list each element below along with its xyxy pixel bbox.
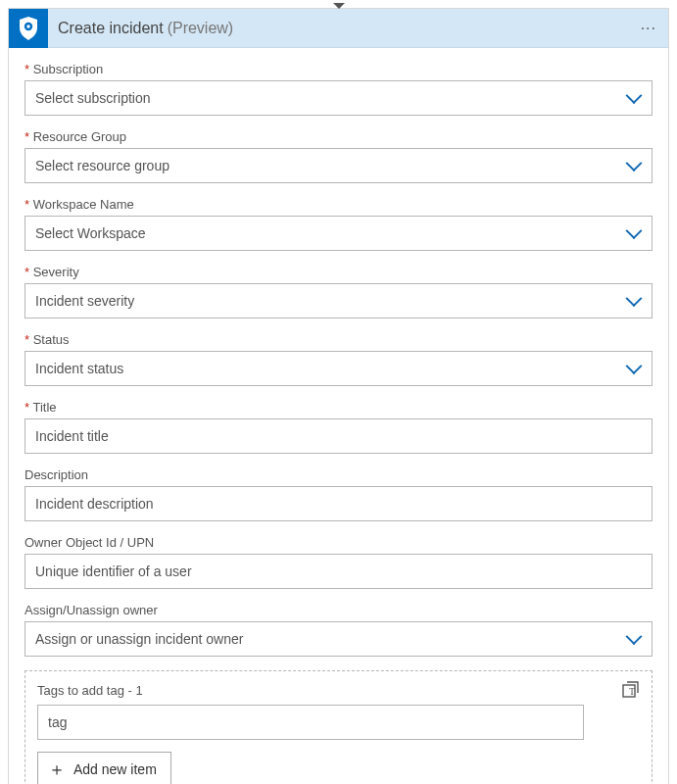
select-assign-owner[interactable]: Assign or unassign incident owner <box>24 621 653 657</box>
input-description[interactable]: Incident description <box>24 486 653 521</box>
label-assign-owner: Assign/Unassign owner <box>24 603 653 617</box>
card-title: Create incident <box>58 20 164 37</box>
field-owner-id: Owner Object Id / UPN Unique identifier … <box>24 535 653 589</box>
input-owner-id[interactable]: Unique identifier of a user <box>24 554 653 589</box>
label-title: Title <box>24 400 653 415</box>
field-description: Description Incident description <box>24 467 653 521</box>
svg-point-1 <box>26 24 29 27</box>
label-resource-group: Resource Group <box>24 129 653 144</box>
select-status[interactable]: Incident status <box>24 351 653 386</box>
card-menu-button[interactable]: ··· <box>641 20 656 37</box>
field-subscription: Subscription Select subscription <box>24 62 653 116</box>
label-severity: Severity <box>24 265 653 279</box>
svg-text:T: T <box>629 686 635 697</box>
tags-heading: Tags to add tag - 1 <box>37 683 143 698</box>
field-title: Title Incident title <box>24 400 653 454</box>
label-status: Status <box>24 332 653 347</box>
field-workspace-name: Workspace Name Select Workspace <box>24 197 653 251</box>
label-description: Description <box>24 467 653 482</box>
card-header[interactable]: Create incident (Preview) ··· <box>9 9 668 48</box>
field-severity: Severity Incident severity <box>24 265 653 318</box>
select-subscription[interactable]: Select subscription <box>24 80 653 116</box>
add-new-item-button[interactable]: ＋ Add new item <box>37 752 171 784</box>
card-subtitle: (Preview) <box>168 20 234 37</box>
label-workspace-name: Workspace Name <box>24 197 653 212</box>
input-title[interactable]: Incident title <box>24 418 653 454</box>
label-subscription: Subscription <box>24 62 653 76</box>
shield-icon <box>9 9 48 48</box>
select-workspace-name[interactable]: Select Workspace <box>24 216 653 251</box>
field-status: Status Incident status <box>24 332 653 386</box>
input-tag-1[interactable]: tag <box>37 705 584 740</box>
tags-container: Tags to add tag - 1 T tag ＋ Add new item <box>24 670 653 784</box>
plus-icon: ＋ <box>48 760 66 778</box>
create-incident-card: Create incident (Preview) ··· Subscripti… <box>8 8 669 784</box>
select-severity[interactable]: Incident severity <box>24 283 653 318</box>
card-body: Subscription Select subscription Resourc… <box>9 48 668 784</box>
dynamic-content-icon[interactable]: T <box>622 681 640 699</box>
field-assign-owner: Assign/Unassign owner Assign or unassign… <box>24 603 653 657</box>
select-resource-group[interactable]: Select resource group <box>24 148 653 183</box>
field-resource-group: Resource Group Select resource group <box>24 129 653 183</box>
add-new-item-label: Add new item <box>73 761 157 777</box>
label-owner-id: Owner Object Id / UPN <box>24 535 653 550</box>
collapse-caret-icon <box>333 3 345 9</box>
